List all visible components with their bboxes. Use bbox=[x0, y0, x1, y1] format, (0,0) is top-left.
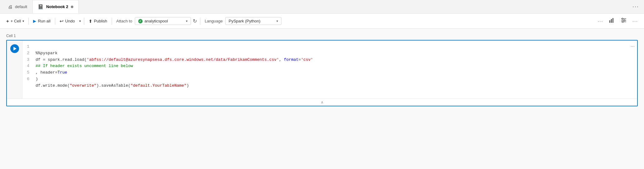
svg-rect-0 bbox=[609, 20, 610, 23]
analytics-icon bbox=[609, 17, 615, 23]
attach-to-group: Attach to analyticspool ▾ bbox=[116, 17, 191, 25]
tab-notebook2-label: Notebook 2 bbox=[46, 4, 68, 9]
more-options-button[interactable]: ··· bbox=[596, 17, 606, 25]
svg-point-7 bbox=[622, 18, 623, 19]
cell-label: Cell 1 bbox=[6, 34, 638, 38]
pool-name-label: analyticspool bbox=[144, 19, 168, 23]
tab-bar-more-button[interactable]: ··· bbox=[630, 2, 642, 11]
language-group: Language PySpark (Python) ▾ bbox=[205, 17, 281, 25]
tab-default[interactable]: 🖨 default bbox=[2, 0, 32, 13]
attach-to-dropdown[interactable]: analyticspool ▾ bbox=[135, 17, 191, 25]
analytics-icon-button[interactable] bbox=[607, 16, 617, 27]
filter-settings-button[interactable] bbox=[618, 16, 629, 27]
play-icon: ▶ bbox=[33, 19, 36, 23]
sep4 bbox=[112, 18, 112, 25]
notebook-body: Cell 1 1 2 3 4 5 6 %%pyspark df = spark.… bbox=[0, 29, 644, 169]
refresh-pool-button[interactable]: ↻ bbox=[192, 17, 198, 25]
cell-line-numbers: 1 2 3 4 5 6 bbox=[22, 41, 32, 99]
cell-code-editor[interactable]: %%pyspark df = spark.read.load('abfss://… bbox=[32, 41, 628, 99]
sep1 bbox=[28, 18, 29, 25]
language-label: Language bbox=[205, 19, 223, 23]
code-line-5: ) bbox=[36, 77, 38, 81]
tab-notebook2-icon: 📓 bbox=[38, 4, 44, 10]
tab-bar: 🖨 default 📓 Notebook 2 ··· bbox=[0, 0, 644, 14]
settings-icon bbox=[621, 17, 627, 23]
plus-icon: + bbox=[6, 18, 9, 24]
svg-point-8 bbox=[624, 20, 625, 21]
cell-run-button[interactable] bbox=[10, 44, 19, 53]
cell-content: 1 2 3 4 5 6 %%pyspark df = spark.read.lo… bbox=[7, 41, 637, 99]
cell-collapse-button[interactable]: ∧ bbox=[321, 100, 324, 104]
tab-bar-right: ··· bbox=[630, 2, 642, 11]
undo-button[interactable]: ↩ Undo bbox=[57, 17, 77, 26]
publish-button[interactable]: ⬆ Publish bbox=[86, 17, 110, 25]
run-all-button[interactable]: ▶ Run all bbox=[31, 17, 53, 25]
publish-label: Publish bbox=[94, 19, 107, 23]
undo-chevron-icon: ▾ bbox=[79, 19, 81, 23]
sep5 bbox=[200, 18, 200, 25]
attach-chevron-icon: ▾ bbox=[186, 19, 188, 23]
language-value-label: PySpark (Python) bbox=[229, 19, 261, 23]
cell-chevron-icon: ▾ bbox=[22, 19, 24, 23]
code-line-4: , header=True bbox=[36, 70, 67, 75]
language-dropdown[interactable]: PySpark (Python) ▾ bbox=[225, 17, 281, 25]
publish-icon: ⬆ bbox=[89, 19, 92, 24]
add-cell-button[interactable]: + + Cell ▾ bbox=[4, 17, 27, 25]
undo-label: Undo bbox=[65, 19, 75, 23]
code-line-6: df.write.mode("overwrite").saveAsTable("… bbox=[36, 83, 189, 88]
tab-bar-left: 🖨 default 📓 Notebook 2 bbox=[2, 0, 79, 13]
toolbar-icons-right: ··· ··· bbox=[596, 16, 640, 27]
tab-default-icon: 🖨 bbox=[8, 4, 12, 9]
tab-notebook2-unsaved-dot bbox=[71, 6, 73, 8]
svg-point-9 bbox=[622, 21, 623, 22]
add-cell-label: + Cell bbox=[11, 19, 21, 23]
cell-options-button[interactable]: ··· bbox=[628, 41, 637, 99]
run-all-label: Run all bbox=[38, 19, 50, 23]
cell-run-column bbox=[7, 41, 22, 99]
toolbar-more-button[interactable]: ··· bbox=[630, 17, 640, 25]
tab-default-label: default bbox=[15, 4, 27, 9]
cell-container: 1 2 3 4 5 6 %%pyspark df = spark.read.lo… bbox=[6, 40, 638, 106]
pool-status-icon bbox=[138, 19, 143, 23]
tab-notebook2[interactable]: 📓 Notebook 2 bbox=[32, 0, 79, 13]
attach-to-label: Attach to bbox=[116, 19, 132, 23]
code-line-2: df = spark.read.load('abfss://default@az… bbox=[36, 57, 313, 62]
svg-rect-2 bbox=[612, 18, 613, 23]
code-line-1: %%pyspark bbox=[36, 51, 57, 56]
svg-rect-1 bbox=[611, 19, 612, 23]
cell-footer: ∧ bbox=[7, 99, 637, 106]
undo-chevron-button[interactable]: ▾ bbox=[78, 18, 82, 24]
language-chevron-icon: ▾ bbox=[276, 19, 278, 23]
code-line-3: ## If header exists uncomment line below bbox=[36, 64, 133, 68]
toolbar: + + Cell ▾ ▶ Run all ↩ Undo ▾ ⬆ Publish … bbox=[0, 14, 644, 29]
undo-icon: ↩ bbox=[60, 18, 64, 24]
sep3 bbox=[84, 18, 84, 25]
sep2 bbox=[55, 18, 55, 25]
attach-dropdown-inner: analyticspool bbox=[138, 19, 168, 23]
